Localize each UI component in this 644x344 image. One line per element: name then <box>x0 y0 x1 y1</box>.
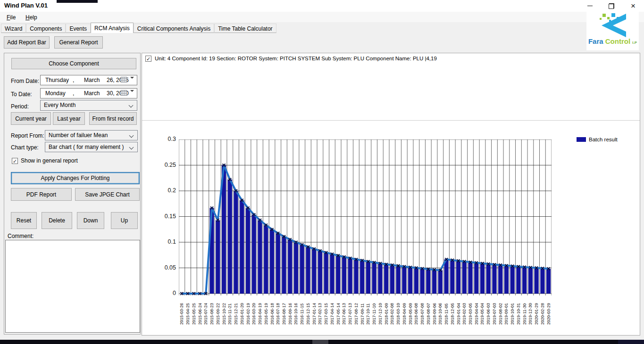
component-list-item[interactable]: ✓ Unit: 4 Component Id: 19 Section: ROTO… <box>145 56 437 62</box>
tab-wizard[interactable]: Wizard <box>1 24 26 33</box>
x-axis-tick-label: 2019-04-04 <box>475 303 479 325</box>
x-axis-tick-label: 2015-07-24 <box>204 303 208 325</box>
chart-panel: ✓ Unit: 4 Component Id: 19 Section: ROTO… <box>142 53 640 336</box>
x-axis-tick-label: 2016-12-15 <box>306 303 310 325</box>
period-label: Period: <box>11 103 29 110</box>
period-select[interactable]: Every Month <box>40 100 137 111</box>
minimize-button[interactable] <box>579 0 601 12</box>
x-axis-tick-label: 2016-01-20 <box>240 303 244 325</box>
x-axis-tick-label: 2017-12-10 <box>378 303 383 325</box>
x-axis-tick-label: 2018-08-07 <box>427 303 431 325</box>
comment-input[interactable] <box>5 240 140 333</box>
x-axis-tick-label: 2015-05-25 <box>192 303 196 325</box>
x-axis-tick-label: 2018-03-10 <box>396 303 401 325</box>
comment-label: Comment: <box>8 233 33 239</box>
tab-events[interactable]: Events <box>66 24 91 33</box>
y-axis-tick-label: 0.25 <box>155 162 176 168</box>
x-axis-tick-label: 2020-03-29 <box>547 303 551 325</box>
minimize-icon <box>587 6 593 6</box>
x-axis-tick-label: 2018-05-09 <box>409 303 413 325</box>
logo-text: Fara Control I.P <box>586 38 639 46</box>
component-list-item-label: Unit: 4 Component Id: 19 Section: ROTOR … <box>155 56 437 61</box>
y-axis-tick-label: 0.3 <box>155 136 176 142</box>
x-axis-tick-label: 2016-10-16 <box>294 303 298 325</box>
x-axis-tick-label: 2016-03-20 <box>252 303 256 325</box>
x-axis-tick-label: 2017-05-14 <box>336 303 341 325</box>
show-in-general-report-row: ✓ Show in general report <box>12 157 78 164</box>
close-button[interactable]: × <box>622 0 644 12</box>
up-button[interactable]: Up <box>111 212 138 229</box>
x-axis-tick-label: 2018-04-09 <box>402 303 407 325</box>
background-window-sliver <box>57 0 98 3</box>
add-report-bar-button[interactable]: Add Report Bar <box>4 36 50 49</box>
tab-components[interactable]: Components <box>26 24 66 33</box>
x-axis-tick-label: 2015-11-21 <box>228 303 232 325</box>
x-axis-tick-label: 2018-06-08 <box>414 303 418 325</box>
x-axis-tick-label: 2019-11-30 <box>523 303 527 325</box>
x-axis-tick-label: 2015-08-23 <box>210 303 214 325</box>
show-in-general-report-checkbox[interactable]: ✓ <box>12 158 18 164</box>
x-axis-tick-label: 2015-10-22 <box>222 303 226 325</box>
current-year-button[interactable]: Current year <box>11 112 51 125</box>
delete-button[interactable]: Delete <box>42 212 72 229</box>
chart-legend: Batch result <box>577 137 618 142</box>
calendar-icon[interactable] <box>121 77 127 82</box>
fara-control-logo: Fara Control I.P <box>586 12 639 50</box>
x-axis-tick-label: 2019-12-30 <box>528 303 533 325</box>
from-date-picker[interactable]: Thursday , March 26, 2015 <box>40 75 137 85</box>
x-axis-tick-label: 2017-03-15 <box>324 303 328 325</box>
report-from-label: Report From: <box>11 132 44 139</box>
x-axis-tick-label: 2016-06-18 <box>270 303 275 325</box>
x-axis-tick-label: 2018-10-06 <box>438 303 443 325</box>
calendar-icon[interactable] <box>121 90 127 96</box>
x-axis-tick-label: 2018-01-09 <box>385 303 389 325</box>
x-axis-tick-label: 2020-02-28 <box>541 303 545 325</box>
tab-time-table-calculator[interactable]: Time Table Calculator <box>214 24 276 33</box>
x-axis-tick-label: 2019-09-01 <box>504 303 509 325</box>
x-axis-tick-label: 2020-01-29 <box>535 303 539 325</box>
x-axis-tick-label: 2019-10-01 <box>510 303 515 325</box>
x-axis-tick-label: 2015-03-26 <box>180 303 184 325</box>
report-from-select[interactable]: Number of failuer Mean <box>45 130 138 140</box>
chart-type-select[interactable]: Bar chart ( for many element ) <box>45 142 138 152</box>
x-axis-tick-label: 2019-05-04 <box>480 303 485 325</box>
pdf-report-button[interactable]: PDF Report <box>11 188 72 201</box>
y-axis-tick-label: 0.15 <box>155 213 176 220</box>
from-date-label: From Date: <box>11 78 39 84</box>
x-axis-tick-label: 2015-04-25 <box>186 303 190 325</box>
x-axis-tick-label: 2016-11-15 <box>300 303 304 325</box>
menu-help[interactable]: Help <box>23 13 40 22</box>
x-axis-tick-label: 2016-05-19 <box>264 303 268 325</box>
choose-component-button[interactable]: Choose Component <box>11 58 136 69</box>
window-title: Wind Plan V.01 <box>4 2 48 9</box>
menu-file[interactable]: File <box>4 13 18 22</box>
x-axis-tick-label: 2019-07-03 <box>493 303 497 325</box>
apply-changes-button[interactable]: Apply Changes For Plotting <box>11 172 140 184</box>
tab-rcm-analysis[interactable]: RCM Analysis <box>91 23 134 33</box>
down-button[interactable]: Down <box>77 212 104 229</box>
x-axis-tick-label: 2017-04-14 <box>330 303 335 325</box>
x-axis-tick-label: 2017-02-13 <box>318 303 322 325</box>
app-window: Wind Plan V.01 × File Help Wizard Compon… <box>0 0 644 344</box>
legend-swatch <box>577 137 586 142</box>
to-date-label: To Date: <box>11 91 32 98</box>
x-axis-tick-label: 2018-11-05 <box>444 303 449 325</box>
x-axis-tick-label: 2018-09-06 <box>433 303 437 325</box>
x-axis-tick-label: 2019-02-03 <box>462 303 467 325</box>
reset-button[interactable]: Reset <box>11 212 37 229</box>
tab-critical-components-analysis[interactable]: Critical Components Analysis <box>134 24 214 33</box>
x-axis-tick-label: 2016-08-17 <box>282 303 286 325</box>
chevron-down-icon[interactable] <box>130 90 134 92</box>
x-axis-tick-label: 2015-06-24 <box>198 303 202 325</box>
to-date-picker[interactable]: Monday , March 30, 2020 <box>40 88 137 98</box>
x-axis-tick-label: 2019-10-31 <box>517 303 521 325</box>
chevron-down-icon[interactable] <box>130 77 134 79</box>
component-checkbox[interactable]: ✓ <box>145 56 151 62</box>
from-first-record-button[interactable]: From first record <box>89 112 137 125</box>
x-axis-tick-label: 2016-09-16 <box>288 303 293 325</box>
general-report-button[interactable]: General Report <box>54 36 103 49</box>
restore-button[interactable] <box>601 0 622 12</box>
last-year-button[interactable]: Last year <box>53 112 85 125</box>
save-jpge-chart-button[interactable]: Save JPGE Chart <box>75 188 140 201</box>
x-axis-tick-label: 2017-11-10 <box>372 303 376 325</box>
